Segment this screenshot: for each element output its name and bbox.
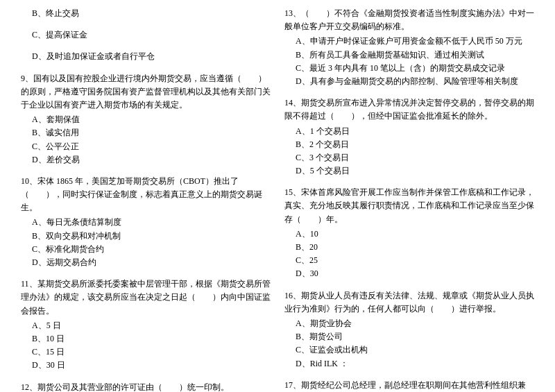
q15-option-b: B、20 [284,241,534,254]
q15-option-a: A、10 [284,228,534,241]
q13-option-c: C、最近 3 年内具有 10 笔以上（含）的期货交易成交记录 [284,62,534,75]
q11-option-d: D、30 日 [21,359,271,372]
question-12-text: 12、期货公司及其营业部的许可证由（ ）统一印制。 [21,381,271,393]
option-text: C、提高保证金 [21,28,271,42]
q10-option-d: D、远期交易合约 [21,256,271,269]
q14-option-c: C、3 个交易日 [284,151,534,164]
question-17: 17、期货经纪公司总经理，副总经理在职期间在其他营利性组织兼职，所在公司隐瞒不报… [284,379,534,392]
question-13: 13、（ ）不符合《金融期货投资者适当性制度实施办法》中对一般单位客户开立交易编… [284,7,534,88]
q16-option-a: A、期货业协会 [284,317,534,330]
question-11: 11、某期货交易所派委托委案被中层管理干部，根据《期货交易所管理办法》的规定，该… [21,278,271,372]
question-11-text: 11、某期货交易所派委托委案被中层管理干部，根据《期货交易所管理办法》的规定，该… [21,278,271,318]
page-content: B、终止交易 C、提高保证金 D、及时追加保证金或者自行平仓 9、国有以及国有控… [21,7,534,392]
question-15: 15、宋体首席风险官开展工作应当制作并保管工作底稿和工作记录，真实、充分地反映其… [284,186,534,280]
question-9-text: 9、国有以及国有控股企业进行境内外期货交易，应当遵循（ ）的原则，严格遵守国务院… [21,72,271,112]
option-text: D、及时追加保证金或者自行平仓 [21,50,271,63]
q13-option-a: A、申请开户时保证金账户可用资金金额不低于人民币 50 万元 [284,35,534,48]
question-16: 16、期货从业人员有违反有关法律、法规、规章或《期货从业人员执业行为准则》行为的… [284,289,534,370]
q9-option-a: A、套期保值 [21,113,271,126]
question-14-text: 14、期货交易所宣布进入异常情况并决定暂停交易的，暂停交易的期限不得超过（ ），… [284,96,534,123]
q14-option-b: B、2 个交易日 [284,138,534,151]
option-c-margin: C、提高保证金 [21,28,271,42]
question-12: 12、期货公司及其营业部的许可证由（ ）统一印制。 A、国务院 B、期货交易所 … [21,381,271,393]
question-14: 14、期货交易所宣布进入异常情况并决定暂停交易的，暂停交易的期限不得超过（ ），… [284,96,534,178]
question-16-text: 16、期货从业人员有违反有关法律、法规、规章或《期货从业人员执业行为准则》行为的… [284,289,534,316]
left-column: B、终止交易 C、提高保证金 D、及时追加保证金或者自行平仓 9、国有以及国有控… [21,7,271,392]
q15-option-c: C、25 [284,254,534,267]
option-b-terminate: B、终止交易 [21,7,271,20]
right-column: 13、（ ）不符合《金融期货投资者适当性制度实施办法》中对一般单位客户开立交易编… [284,7,534,392]
question-10: 10、宋体 1865 年，美国芝加哥期货交易所（CBOT）推出了（ ），同时实行… [21,175,271,269]
option-d-margin2: D、及时追加保证金或者自行平仓 [21,50,271,63]
q10-option-a: A、每日无条债结算制度 [21,216,271,229]
q13-option-b: B、所有员工具备金融期货基础知识、通过相关测试 [284,49,534,62]
question-9: 9、国有以及国有控股企业进行境内外期货交易，应当遵循（ ）的原则，严格遵守国务院… [21,72,271,167]
q11-option-c: C、15 日 [21,346,271,359]
q16-option-c: C、证监会或出机构 [284,343,534,357]
q11-option-a: A、5 日 [21,319,271,332]
q14-option-a: A、1 个交易日 [284,125,534,138]
q11-option-b: B、10 日 [21,332,271,346]
q16-option-b: B、期货公司 [284,330,534,343]
question-13-text: 13、（ ）不符合《金融期货投资者适当性制度实施办法》中对一般单位客户开立交易编… [284,7,534,33]
q14-option-d: D、5 个交易日 [284,164,534,178]
q13-option-d: D、具有参与金融期货交易的内部控制、风险管理等相关制度 [284,75,534,88]
question-15-text: 15、宋体首席风险官开展工作应当制作并保管工作底稿和工作记录，真实、充分地反映其… [284,186,534,226]
q10-option-c: C、标准化期货合约 [21,243,271,256]
q15-option-d: D、30 [284,267,534,280]
option-text: B、终止交易 [21,7,271,20]
q9-option-b: B、诚实信用 [21,126,271,139]
q16-option-d: D、Rid ILK ： [284,357,534,370]
question-17-text: 17、期货经纪公司总经理，副总经理在职期间在其他营利性组织兼职，所在公司隐瞒不报… [284,379,534,392]
question-10-text: 10、宋体 1865 年，美国芝加哥期货交易所（CBOT）推出了（ ），同时实行… [21,175,271,215]
q9-option-c: C、公平公正 [21,140,271,153]
q9-option-d: D、差价交易 [21,153,271,167]
q10-option-b: B、双向交易和对冲机制 [21,230,271,243]
